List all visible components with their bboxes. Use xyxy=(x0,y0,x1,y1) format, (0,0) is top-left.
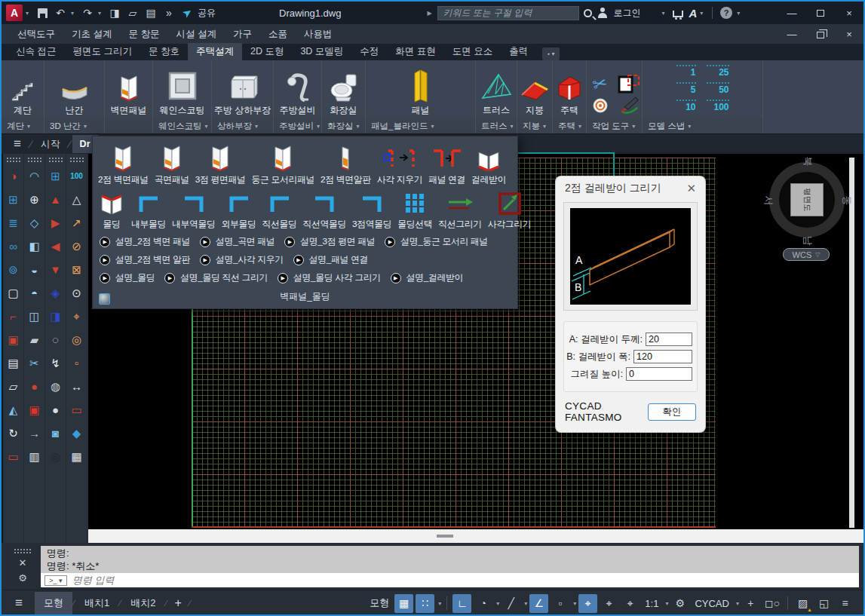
flyout-item-3점역몰딩[interactable]: 3점역몰딩 xyxy=(352,190,391,231)
compass-south-label[interactable]: 남 xyxy=(801,236,814,246)
cursor-badge-toggle[interactable]: ⌖ xyxy=(621,594,640,613)
more-tools-chevron-icon[interactable]: » xyxy=(161,5,176,21)
flyout-item-3점 평면패널[interactable]: 3점 평면패널 xyxy=(195,141,246,186)
new-layout-button[interactable]: + xyxy=(167,596,188,610)
app-menu-caret-icon[interactable]: ▾ xyxy=(26,10,32,17)
doc-close-button[interactable]: × xyxy=(835,24,863,44)
menu-item-소품[interactable]: 소품 xyxy=(260,25,296,44)
snap-cursor-toggle[interactable]: ⌖ xyxy=(600,594,618,613)
redo-caret-icon[interactable]: ▾ xyxy=(98,10,104,17)
flyout-item-사각 지우기[interactable]: 사각 지우기 xyxy=(377,141,422,186)
help-link-설명_몰딩 사각 그리기[interactable]: ▶설명_몰딩 사각 그리기 xyxy=(278,272,381,284)
menu-item-시설 설계[interactable]: 시설 설계 xyxy=(167,25,224,44)
tool-icon[interactable]: ▼ xyxy=(46,258,66,281)
new-drawing-icon[interactable]: ▤ xyxy=(143,5,158,21)
help-caret-icon[interactable]: ▾ xyxy=(737,10,743,17)
ribbon-button-주방 상하부장[interactable]: 주방 상하부장 xyxy=(212,60,273,118)
undo-caret-icon[interactable]: ▾ xyxy=(71,10,77,17)
ribbon-button-주방설비[interactable]: 주방설비 xyxy=(274,60,321,118)
flyout-item-외부몰딩[interactable]: 외부몰딩 xyxy=(222,190,256,231)
ribbon-group-label-트러스[interactable]: 트러스▾ xyxy=(476,118,517,133)
tool-icon[interactable]: ⊞ xyxy=(46,164,66,188)
compass-east-label[interactable]: 동 xyxy=(840,196,854,206)
flyout-item-직선그리기[interactable]: 직선그리기 xyxy=(438,190,482,231)
tool-icon[interactable]: ▥ xyxy=(25,445,44,468)
tool-icon[interactable]: △ xyxy=(67,188,87,211)
app-logo[interactable]: A xyxy=(6,5,23,21)
flyout-item-패널 연결[interactable]: 패널 연결 xyxy=(428,141,465,186)
trim-rotate-icon[interactable] xyxy=(618,96,640,115)
redo-icon[interactable]: ↷ xyxy=(80,5,95,21)
tool-icon[interactable]: ↔ xyxy=(67,375,87,398)
close-button[interactable]: × xyxy=(835,2,863,24)
width-input[interactable] xyxy=(633,350,692,363)
tool-icon[interactable]: ● xyxy=(25,375,44,398)
flyout-item-직선역몰딩[interactable]: 직선역몰딩 xyxy=(303,190,347,231)
maximize-button[interactable] xyxy=(806,2,835,24)
help-icon[interactable]: ? xyxy=(719,5,734,21)
tool-icon[interactable]: ▤ xyxy=(4,351,23,375)
tool-icon[interactable]: ↯ xyxy=(46,351,66,375)
ribbon-group-label-웨인스코팅[interactable]: 웨인스코팅▾ xyxy=(153,118,211,133)
tool-icon[interactable]: ⊚ xyxy=(4,258,23,281)
polar-tracking-toggle[interactable]: ◔ xyxy=(474,594,492,613)
layout-tab-배치1[interactable]: 배치1 xyxy=(75,592,118,614)
tool-icon[interactable]: ⌐ xyxy=(4,305,23,328)
ribbon-tab-수정[interactable]: 수정 xyxy=(351,43,387,60)
tool-icon[interactable]: ◭ xyxy=(4,398,23,421)
view-compass[interactable]: 북 남 서 동 평면도 WCS▽ xyxy=(762,156,852,269)
login-label[interactable]: 로그인 xyxy=(613,7,640,20)
ribbon-group-label-주택[interactable]: 주택▾ xyxy=(553,118,586,133)
plot-icon[interactable]: ◨ xyxy=(107,5,122,21)
snap-mode-toggle-caret-icon[interactable]: ▾ xyxy=(438,600,441,607)
customization-menu[interactable]: ≡ xyxy=(836,594,854,613)
toolbar-grip-handle[interactable] xyxy=(28,158,41,162)
workspace-switcher[interactable]: CYCAD xyxy=(692,598,732,609)
snap-mode-toggle[interactable]: ∷ xyxy=(416,594,434,613)
tool-icon[interactable]: ◇ xyxy=(25,211,44,234)
flyout-item-2점 벽면알판[interactable]: 2점 벽면알판 xyxy=(321,141,371,186)
snap-value-5[interactable]: 5 xyxy=(676,82,696,95)
tool-icon[interactable]: ◍ xyxy=(46,375,66,398)
tool-icon[interactable]: ↗ xyxy=(67,211,87,234)
menu-item-문 창문[interactable]: 문 창문 xyxy=(120,25,167,44)
isoplane-toggle-caret-icon[interactable]: ▾ xyxy=(524,600,527,607)
help-link-설명_몰딩 직선 그리기[interactable]: ▶설명_몰딩 직선 그리기 xyxy=(164,272,268,284)
command-input[interactable] xyxy=(72,575,855,586)
command-prompt-icon[interactable]: >_ ▾ xyxy=(44,575,67,586)
ribbon-button-모델 스냅[interactable]: 12555010100 xyxy=(643,60,762,118)
ok-button[interactable]: 확인 xyxy=(648,403,696,421)
tool-icon[interactable]: → xyxy=(25,421,44,445)
object-snap-toggle-caret-icon[interactable]: ▾ xyxy=(573,600,576,607)
tool-icon[interactable]: ◙ xyxy=(46,421,66,445)
menu-item-기초 설계[interactable]: 기초 설계 xyxy=(63,25,120,44)
search-expand-icon[interactable]: ▶ xyxy=(427,10,433,17)
minimize-button[interactable]: — xyxy=(778,2,806,24)
command-grip-handle[interactable] xyxy=(14,549,31,553)
tool-icon[interactable]: ◎ xyxy=(46,445,66,468)
command-wrench-icon[interactable]: ⚙ xyxy=(18,572,27,584)
brand-caret-icon[interactable]: ▾ xyxy=(700,10,706,17)
ribbon-tab-출력[interactable]: 출력 xyxy=(501,43,536,60)
open-folder-icon[interactable]: ▱ xyxy=(125,5,140,21)
ribbon-tab-화면 표현[interactable]: 화면 표현 xyxy=(387,43,443,60)
tool-icon[interactable]: ⌖ xyxy=(67,305,87,328)
help-link-설명_걸레받이[interactable]: ▶설명_걸레받이 xyxy=(391,272,463,284)
ribbon-group-label-모델 스냅[interactable]: 모델 스냅▾ xyxy=(643,118,762,133)
ribbon-collapse-button[interactable]: ▪ ▾ xyxy=(542,48,560,60)
polar-tracking-toggle-caret-icon[interactable]: ▾ xyxy=(496,600,499,607)
tool-icon[interactable]: ◈ xyxy=(46,281,66,305)
isoplane-toggle[interactable]: ╱ xyxy=(502,594,520,613)
annotation-scale-caret-icon[interactable]: ▾ xyxy=(665,600,668,607)
wcs-dropdown[interactable]: WCS▽ xyxy=(783,248,830,261)
annotation-scale[interactable]: 1:1 xyxy=(642,598,661,609)
tool-icon[interactable]: ▭ xyxy=(67,398,87,421)
snap-value-50[interactable]: 50 xyxy=(707,82,729,95)
user-icon[interactable] xyxy=(595,5,610,21)
ribbon-button-패널[interactable]: 패널 xyxy=(366,60,475,118)
height-input[interactable] xyxy=(626,367,692,381)
ortho-mode-toggle[interactable]: ∟ xyxy=(452,594,471,613)
snap-value-10[interactable]: 10 xyxy=(676,100,696,112)
tool-icon[interactable]: ◆ xyxy=(67,421,87,445)
ribbon-button-계단[interactable]: 계단 xyxy=(2,60,44,118)
